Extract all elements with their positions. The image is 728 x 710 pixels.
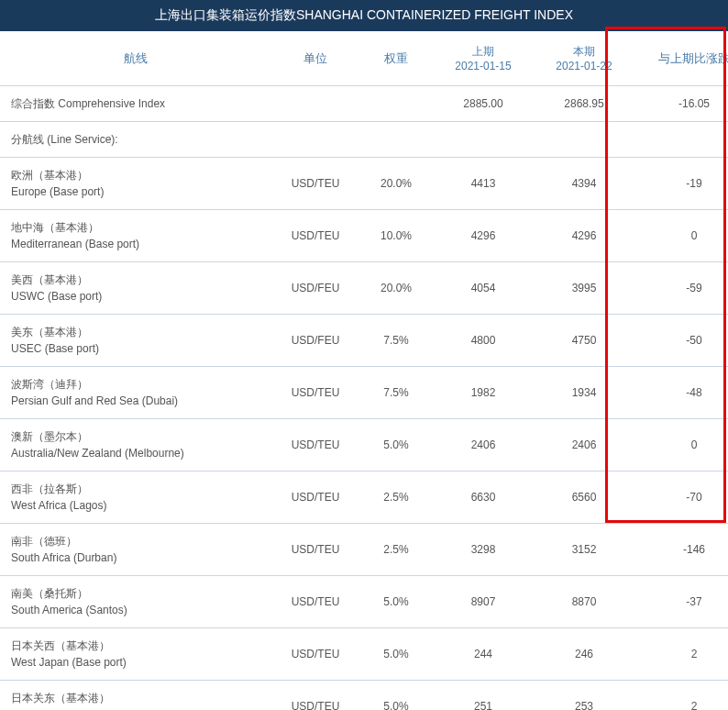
curr-cell: 4750 bbox=[534, 315, 634, 367]
route-cell: 分航线 (Line Service): bbox=[0, 122, 271, 158]
route-cn: 欧洲（基本港） bbox=[11, 167, 266, 183]
unit-cell: USD/TEU bbox=[271, 681, 359, 711]
route-cn: 日本关西（基本港） bbox=[11, 638, 266, 654]
route-cell: 日本关东（基本港）East Japan (Base port) bbox=[0, 681, 271, 711]
route-en: South Africa (Durban) bbox=[11, 549, 266, 566]
curr-cell: 2868.95 bbox=[534, 86, 634, 122]
table-row: 美西（基本港）USWC (Base port)USD/FEU20.0%40543… bbox=[0, 262, 728, 315]
table-body: 综合指数 Comprehensive Index2885.002868.95-1… bbox=[0, 86, 728, 711]
change-cell: -146 bbox=[634, 524, 728, 576]
unit-cell: USD/TEU bbox=[271, 524, 359, 576]
route-cn: 南美（桑托斯） bbox=[11, 585, 266, 602]
change-cell: 2 bbox=[634, 628, 728, 681]
weight-cell: 20.0% bbox=[359, 158, 433, 210]
route-cell: 欧洲（基本港）Europe (Base port) bbox=[0, 158, 271, 210]
route-cell: 西非（拉各斯）West Africa (Lagos) bbox=[0, 471, 271, 524]
weight-cell: 7.5% bbox=[359, 315, 433, 367]
curr-cell: 8870 bbox=[534, 576, 634, 628]
unit-cell: USD/TEU bbox=[271, 471, 359, 524]
prev-cell: 4800 bbox=[433, 315, 534, 367]
curr-cell: 3152 bbox=[534, 524, 634, 576]
weight-cell: 5.0% bbox=[359, 628, 433, 681]
prev-cell: 251 bbox=[433, 681, 534, 711]
table-row: 分航线 (Line Service): bbox=[0, 122, 728, 158]
route-en: Persian Gulf and Red Sea (Dubai) bbox=[11, 393, 266, 409]
route-cell: 综合指数 Comprehensive Index bbox=[0, 86, 271, 122]
table-row: 综合指数 Comprehensive Index2885.002868.95-1… bbox=[0, 86, 728, 122]
change-cell: -37 bbox=[634, 576, 728, 628]
route-cn: 分航线 (Line Service): bbox=[11, 131, 266, 148]
route-cn: 日本关东（基本港） bbox=[11, 690, 266, 706]
curr-cell: 3995 bbox=[534, 262, 634, 315]
table-row: 欧洲（基本港）Europe (Base port)USD/TEU20.0%441… bbox=[0, 158, 728, 210]
weight-cell: 5.0% bbox=[359, 576, 433, 628]
route-en: East Japan (Base port) bbox=[11, 706, 266, 710]
unit-cell bbox=[271, 86, 359, 122]
change-cell: 2 bbox=[634, 681, 728, 711]
route-cn: 西非（拉各斯） bbox=[11, 481, 266, 497]
table-title: 上海出口集装箱运价指数SHANGHAI CONTAINERIZED FREIGH… bbox=[0, 0, 728, 31]
route-cn: 澳新（墨尔本） bbox=[11, 428, 266, 445]
route-en: Mediterranean (Base port) bbox=[11, 236, 266, 252]
change-cell bbox=[634, 122, 728, 158]
route-en: West Japan (Base port) bbox=[11, 654, 266, 671]
prev-cell: 1982 bbox=[433, 367, 534, 419]
unit-cell: USD/TEU bbox=[271, 419, 359, 471]
unit-cell bbox=[271, 122, 359, 158]
header-change: 与上期比涨跌 bbox=[634, 31, 728, 86]
prev-cell: 4054 bbox=[433, 262, 534, 315]
prev-cell bbox=[433, 122, 534, 158]
header-curr: 本期 2021-01-22 bbox=[534, 31, 634, 86]
change-cell: -59 bbox=[634, 262, 728, 315]
route-en: USEC (Base port) bbox=[11, 340, 266, 357]
curr-cell: 4296 bbox=[534, 210, 634, 262]
route-cn: 综合指数 Comprehensive Index bbox=[11, 95, 266, 112]
table-row: 南非（德班）South Africa (Durban)USD/TEU2.5%32… bbox=[0, 524, 728, 576]
header-prev-label: 上期 bbox=[438, 44, 528, 60]
unit-cell: USD/TEU bbox=[271, 158, 359, 210]
unit-cell: USD/FEU bbox=[271, 315, 359, 367]
route-cell: 澳新（墨尔本）Australia/New Zealand (Melbourne) bbox=[0, 419, 271, 471]
curr-cell: 246 bbox=[534, 628, 634, 681]
weight-cell: 10.0% bbox=[359, 210, 433, 262]
table-row: 日本关西（基本港）West Japan (Base port)USD/TEU5.… bbox=[0, 628, 728, 681]
weight-cell: 5.0% bbox=[359, 419, 433, 471]
unit-cell: USD/TEU bbox=[271, 576, 359, 628]
route-cell: 波斯湾（迪拜）Persian Gulf and Red Sea (Dubai) bbox=[0, 367, 271, 419]
curr-cell bbox=[534, 122, 634, 158]
weight-cell: 5.0% bbox=[359, 681, 433, 711]
curr-cell: 253 bbox=[534, 681, 634, 711]
route-cell: 南非（德班）South Africa (Durban) bbox=[0, 524, 271, 576]
prev-cell: 244 bbox=[433, 628, 534, 681]
header-unit: 单位 bbox=[271, 31, 359, 86]
change-cell: -70 bbox=[634, 471, 728, 524]
unit-cell: USD/TEU bbox=[271, 628, 359, 681]
prev-cell: 4413 bbox=[433, 158, 534, 210]
route-en: Australia/New Zealand (Melbourne) bbox=[11, 445, 266, 461]
route-cn: 波斯湾（迪拜） bbox=[11, 376, 266, 393]
header-route: 航线 bbox=[0, 31, 271, 86]
scfi-table-container: 上海出口集装箱运价指数SHANGHAI CONTAINERIZED FREIGH… bbox=[0, 0, 728, 710]
table-row: 日本关东（基本港）East Japan (Base port)USD/TEU5.… bbox=[0, 681, 728, 711]
route-cell: 南美（桑托斯）South America (Santos) bbox=[0, 576, 271, 628]
freight-index-table: 航线 单位 权重 上期 2021-01-15 本期 2021-01-22 与上期… bbox=[0, 31, 728, 710]
table-row: 美东（基本港）USEC (Base port)USD/FEU7.5%480047… bbox=[0, 315, 728, 367]
prev-cell: 6630 bbox=[433, 471, 534, 524]
weight-cell: 20.0% bbox=[359, 262, 433, 315]
change-cell: -50 bbox=[634, 315, 728, 367]
route-cn: 美东（基本港） bbox=[11, 324, 266, 340]
prev-cell: 3298 bbox=[433, 524, 534, 576]
change-cell: 0 bbox=[634, 210, 728, 262]
change-cell: -19 bbox=[634, 158, 728, 210]
change-cell: -16.05 bbox=[634, 86, 728, 122]
change-cell: -48 bbox=[634, 367, 728, 419]
prev-cell: 2406 bbox=[433, 419, 534, 471]
route-cell: 美西（基本港）USWC (Base port) bbox=[0, 262, 271, 315]
table-row: 南美（桑托斯）South America (Santos)USD/TEU5.0%… bbox=[0, 576, 728, 628]
route-cell: 地中海（基本港）Mediterranean (Base port) bbox=[0, 210, 271, 262]
prev-cell: 8907 bbox=[433, 576, 534, 628]
unit-cell: USD/FEU bbox=[271, 262, 359, 315]
header-prev: 上期 2021-01-15 bbox=[433, 31, 534, 86]
header-curr-date: 2021-01-22 bbox=[539, 60, 629, 72]
route-en: USWC (Base port) bbox=[11, 288, 266, 305]
